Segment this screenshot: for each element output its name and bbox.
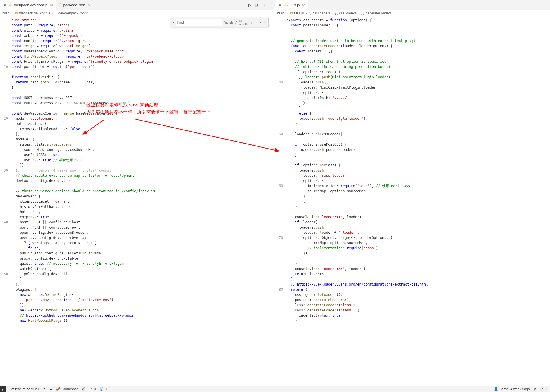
tabs-right-group: × JS utils.js M (275, 0, 550, 10)
tab-utils-js[interactable]: × JS utils.js M (275, 0, 308, 10)
status-bar: ⇄ ⎇ feature/canrun+ ⟳ ☁ 🚀 Launchpad ⓧ0 ⚠… (0, 386, 550, 392)
chevron-right-icon: › (11, 11, 12, 15)
zoom-icon[interactable]: ⊕ (533, 387, 536, 391)
prev-match-icon[interactable]: ↑ (250, 20, 253, 25)
tab-label: package.json (63, 3, 85, 7)
rocket-icon: 🚀 (56, 387, 60, 391)
split-icon[interactable]: ◫ (261, 3, 265, 7)
chevron-right-icon: › (332, 11, 333, 15)
editor-actions: ▷ ⊞ ◫ ··· (245, 3, 275, 7)
breadcrumb-right[interactable]: build › JS utils.js › ƒx cssLoaders › ƒx… (275, 10, 550, 16)
branch-indicator[interactable]: ⎇ feature/canrun+ (10, 387, 39, 391)
editor-pane-left[interactable]: 10 20 30 40 50 'use strict' const path =… (0, 16, 275, 386)
tab-package-json[interactable]: {} package.json M (56, 0, 94, 10)
breadcrumb-item[interactable]: utils.js (294, 11, 304, 15)
cloud-upload-icon[interactable]: ☁ (49, 387, 52, 391)
js-file-icon: JS (14, 12, 18, 15)
ports-indicator[interactable]: 📡0 (99, 387, 107, 391)
close-icon[interactable]: × (3, 3, 7, 7)
breadcrumb-item[interactable]: build (277, 11, 285, 15)
run-icon[interactable]: ▷ (248, 3, 251, 7)
compare-icon[interactable]: ⊞ (255, 3, 258, 7)
modified-badge: M (50, 3, 53, 7)
line-gutter: 40 50 60 70 80 (275, 16, 287, 386)
tab-webpack-dev-conf[interactable]: × JS webpack.dev.conf.js M (0, 0, 56, 10)
tabs-bar: × JS webpack.dev.conf.js M {} package.js… (0, 0, 550, 10)
code-content-left[interactable]: 'use strict' const path = require('path'… (12, 16, 275, 386)
breadcrumb-item[interactable]: webpack.dev.conf.js (19, 11, 50, 15)
remote-button[interactable]: ⇄ (0, 386, 6, 392)
code-content-right[interactable]: exports.cssLoaders = function (options) … (287, 16, 550, 386)
regex-icon[interactable]: .* (235, 20, 237, 25)
breadcrumb-item[interactable]: devWebpackConfig (58, 11, 88, 15)
radio-icon: 📡 (99, 387, 104, 391)
find-results: No results (239, 19, 248, 26)
chevron-right-icon: › (52, 11, 53, 15)
blame-indicator[interactable]: 👤 Baron, 4 weeks ago (494, 387, 530, 391)
js-file-icon: JS (9, 3, 12, 7)
cursor-position[interactable]: Ln 30 (540, 387, 548, 391)
breadcrumb-item[interactable]: build (2, 11, 9, 15)
editor-area: 10 20 30 40 50 'use strict' const path =… (0, 16, 550, 386)
json-file-icon: {} (59, 3, 61, 7)
warning-icon: ⚠ (90, 387, 93, 391)
line-gutter: 10 20 30 40 50 (0, 16, 12, 386)
breadcrumb-item[interactable]: cssLoaders (339, 11, 357, 15)
modified-badge: M (302, 3, 305, 7)
breadcrumb-left[interactable]: build › JS webpack.dev.conf.js › ◇ devWe… (0, 10, 275, 16)
sync-button[interactable]: ⟳ (43, 387, 45, 391)
next-match-icon[interactable]: ↓ (255, 20, 258, 25)
breadcrumb-item[interactable]: generateLoaders (366, 11, 392, 15)
js-file-icon: JS (284, 3, 288, 7)
launchpad-button[interactable]: 🚀 Launchpad (56, 387, 78, 391)
js-file-icon: JS (289, 12, 293, 15)
breadcrumbs-bar: build › JS webpack.dev.conf.js › ◇ devWe… (0, 10, 550, 16)
function-icon: ƒx (335, 11, 338, 16)
chevron-right-icon: › (286, 11, 288, 15)
person-icon: 👤 (494, 387, 498, 391)
tab-label: utils.js (289, 3, 300, 7)
editor-pane-right[interactable]: 40 50 60 70 80 exports.cssLoaders = func… (275, 16, 550, 386)
match-word-icon[interactable]: ab (229, 20, 233, 25)
branch-icon: ⎇ (10, 387, 14, 391)
expand-icon[interactable]: › (173, 20, 174, 24)
match-case-icon[interactable]: Aa (224, 20, 228, 25)
chevron-right-icon: › (306, 11, 307, 15)
find-widget: › Aa ab .* No results ↑ ↓ ≡ × (171, 18, 269, 27)
modified-badge: M (87, 3, 91, 7)
find-input[interactable] (176, 19, 222, 26)
problems-indicator[interactable]: ⓧ0 ⚠0 (82, 387, 96, 391)
variable-icon: ◇ (55, 11, 57, 15)
function-icon: ƒx (309, 11, 311, 16)
close-icon[interactable]: × (264, 20, 267, 25)
more-icon[interactable]: ··· (268, 3, 271, 7)
tabs-left-group: × JS webpack.dev.conf.js M {} package.js… (0, 0, 275, 10)
breadcrumb-item[interactable]: cssLoaders (313, 11, 330, 15)
chevron-right-icon: › (358, 11, 359, 15)
error-icon: ⓧ (82, 387, 85, 391)
tab-label: webpack.dev.conf.js (14, 3, 47, 7)
filter-icon[interactable]: ≡ (259, 20, 262, 25)
function-icon: ƒx (361, 11, 364, 16)
close-icon[interactable]: × (278, 3, 282, 7)
